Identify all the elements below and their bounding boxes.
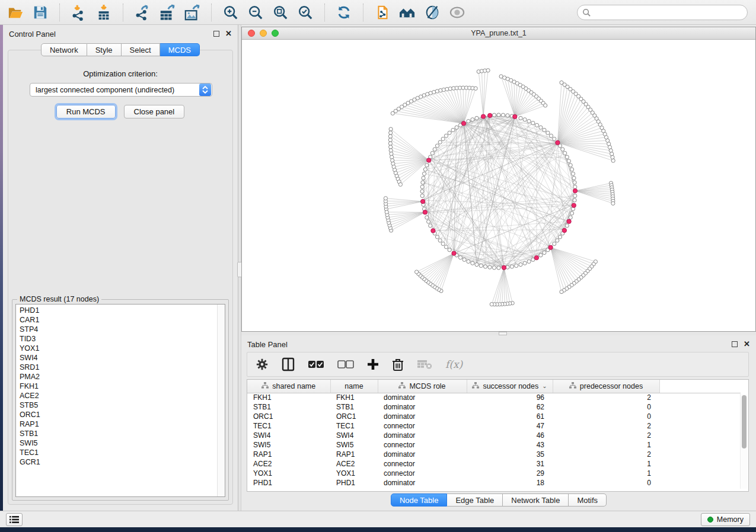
mcds-result-item[interactable]: PMA2 [16,372,216,382]
task-history-button[interactable] [6,513,23,526]
mcds-result-item[interactable]: PHD1 [16,306,216,315]
network-window-titlebar[interactable]: YPA_prune.txt_1 [242,27,755,40]
table-row[interactable]: TEC1TEC1connector472 [247,421,741,431]
deselect-all-columns-icon[interactable] [337,355,354,373]
table-row[interactable]: ORC1ORC1dominator610 [247,412,741,421]
refresh-layout-icon[interactable] [333,2,355,23]
cell[interactable]: ACE2 [247,459,330,469]
column-header-shared-name[interactable]: shared name [247,380,330,393]
import-network-icon[interactable] [68,2,90,23]
mcds-result-item[interactable]: RAP1 [16,419,216,429]
mcds-result-list[interactable]: PHD1CAR1STP4TID3YOX1SWI4SRD1PMA2FKH1ACE2… [15,304,225,497]
tab-edge-table[interactable]: Edge Table [447,493,503,507]
cell[interactable]: 61 [467,412,553,421]
table-row[interactable]: PHD1PHD1dominator180 [247,478,741,488]
cell[interactable]: connector [378,421,467,431]
cell[interactable]: 35 [467,450,553,459]
cell[interactable]: 62 [467,402,553,412]
cell[interactable]: 0 [553,402,659,412]
cell[interactable]: 2 [553,393,659,402]
mcds-result-item[interactable]: SWI5 [16,438,216,448]
cell[interactable]: 1 [553,469,659,478]
save-session-icon[interactable] [30,2,51,23]
cell[interactable]: dominator [378,450,467,459]
column-header-successor-nodes[interactable]: successor nodes⌄ [467,380,553,393]
cell[interactable]: 1 [553,459,659,469]
cell[interactable]: SWI4 [330,431,378,440]
cell[interactable]: STB1 [247,402,330,412]
cell[interactable]: 47 [467,421,553,431]
mcds-result-item[interactable]: SWI4 [16,353,216,363]
zoom-selected-icon[interactable] [295,2,316,23]
cell[interactable]: ORC1 [330,412,378,421]
network-graph[interactable] [242,40,755,331]
tab-style[interactable]: Style [87,43,122,56]
mcds-result-item[interactable]: TEC1 [16,448,216,457]
column-header-MCDS-role[interactable]: MCDS role [378,380,467,393]
cell[interactable]: dominator [378,412,467,421]
close-panel-button[interactable]: Close panel [124,105,185,118]
mcds-list-scrollbar[interactable] [217,305,225,496]
tab-select[interactable]: Select [122,43,160,56]
cell[interactable]: RAP1 [330,450,378,459]
hide-panel-icon[interactable] [422,2,443,23]
cell[interactable]: SWI5 [247,440,330,450]
mcds-result-item[interactable]: CAR1 [16,315,216,325]
search-input[interactable] [577,5,748,20]
cell[interactable]: 0 [553,478,659,488]
cell[interactable]: 96 [467,393,553,402]
tab-network[interactable]: Network [41,43,87,56]
optimization-criterion-select[interactable]: largest connected component (undirected) [30,83,212,97]
cell[interactable]: 18 [467,478,553,488]
new-network-from-file-icon[interactable] [372,2,393,23]
cell[interactable]: STB1 [330,402,378,412]
mcds-result-item[interactable]: STB5 [16,400,216,410]
table-row[interactable]: SWI5SWI5connector431 [247,440,741,450]
tab-network-table[interactable]: Network Table [503,493,569,507]
cell[interactable]: 43 [467,440,553,450]
cell[interactable]: 31 [467,459,553,469]
mcds-result-item[interactable]: ACE2 [16,391,216,400]
cell[interactable]: 2 [553,450,659,459]
tab-motifs[interactable]: Motifs [569,493,607,507]
delete-column-icon[interactable] [392,355,404,373]
cell[interactable]: connector [378,459,467,469]
table-row[interactable]: RAP1RAP1dominator352 [247,450,741,459]
cell[interactable]: YOX1 [330,469,378,478]
table-settings-gear-icon[interactable] [256,355,269,373]
cell[interactable]: 29 [467,469,553,478]
close-panel-icon[interactable]: ✕ [744,341,750,347]
cell[interactable]: dominator [378,393,467,402]
select-all-columns-icon[interactable] [308,355,324,373]
cell[interactable]: dominator [378,478,467,488]
cell[interactable]: 46 [467,431,553,440]
cell[interactable]: TEC1 [330,421,378,431]
mcds-result-item[interactable]: SRD1 [16,363,216,372]
mcds-result-item[interactable]: STB1 [16,429,216,438]
table-scrollbar-thumb[interactable] [742,395,747,448]
export-image-icon[interactable] [181,2,203,23]
column-header-name[interactable]: name [330,380,378,393]
cell[interactable]: FKH1 [330,393,378,402]
table-row[interactable]: ACE2ACE2connector311 [247,459,741,469]
mcds-result-item[interactable]: ORC1 [16,410,216,419]
add-column-icon[interactable] [367,355,379,373]
zoom-out-icon[interactable] [245,2,266,23]
float-window-icon[interactable] [732,341,738,347]
cell[interactable]: ACE2 [330,459,378,469]
import-table-icon[interactable] [93,2,114,23]
cell[interactable]: PHD1 [247,478,330,488]
cell[interactable]: YOX1 [247,469,330,478]
cell[interactable]: SWI5 [330,440,378,450]
export-network-icon[interactable] [132,2,153,23]
memory-button[interactable]: Memory [701,513,750,526]
cell[interactable]: 2 [553,431,659,440]
tab-mcds[interactable]: MCDS [160,43,200,56]
table-row[interactable]: STB1STB1dominator620 [247,402,741,412]
cell[interactable]: 2 [553,421,659,431]
cell[interactable]: PHD1 [330,478,378,488]
cell[interactable]: 0 [553,412,659,421]
table-row[interactable]: SWI4SWI4dominator462 [247,431,741,440]
network-canvas[interactable] [242,40,755,331]
mcds-result-item[interactable]: TID3 [16,334,216,344]
